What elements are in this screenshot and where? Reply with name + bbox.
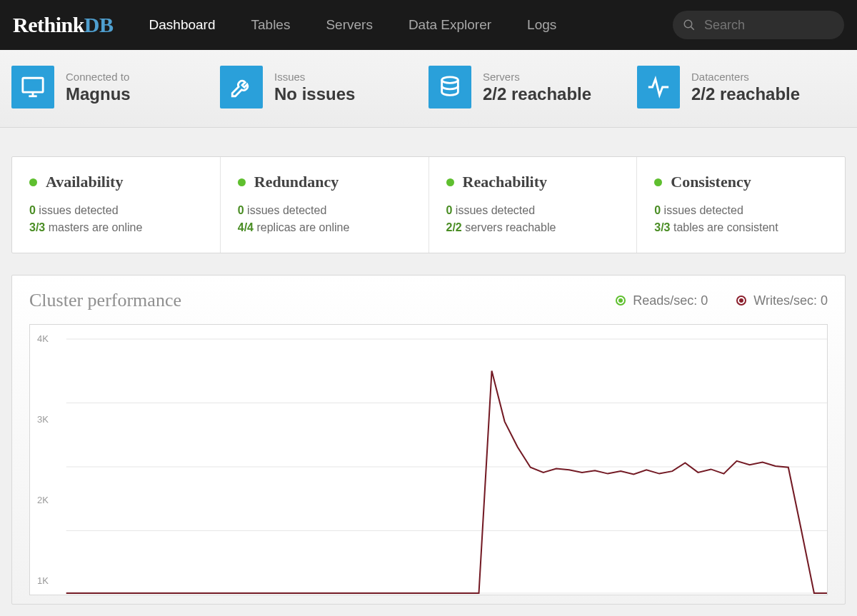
- panel-line1-bold: 0: [654, 204, 661, 216]
- legend-dot-icon: [616, 296, 626, 306]
- health-panels: Availability 0 issues detected 3/3 maste…: [11, 156, 846, 253]
- status-dot-icon: [29, 178, 37, 186]
- nav-links: Dashboard Tables Servers Data Explorer L…: [149, 17, 666, 33]
- panel-title: Redundancy: [254, 173, 339, 191]
- chart-plot: 4K 3K 2K 1K: [29, 324, 828, 595]
- panel-availability: Availability 0 issues detected 3/3 maste…: [12, 157, 221, 253]
- status-servers-value: 2/2 reachable: [483, 84, 591, 104]
- panel-line2-bold: 3/3: [654, 221, 670, 233]
- nav-logs[interactable]: Logs: [527, 17, 556, 33]
- status-servers: Servers 2/2 reachable: [428, 66, 637, 108]
- pulse-icon: [637, 66, 680, 108]
- nav-tables[interactable]: Tables: [251, 17, 291, 33]
- panel-line2-rest: masters are online: [45, 221, 142, 233]
- panel-redundancy: Redundancy 0 issues detected 4/4 replica…: [221, 157, 429, 253]
- status-servers-label: Servers: [483, 71, 591, 83]
- panel-line2-rest: servers reachable: [462, 221, 556, 233]
- brand-name: Rethink: [13, 13, 84, 36]
- panel-line2-bold: 2/2: [446, 221, 462, 233]
- legend-writes: Writes/sec: 0: [736, 293, 828, 308]
- panel-title: Reachability: [463, 173, 548, 191]
- search-wrap: [673, 11, 844, 39]
- search-icon: [683, 19, 696, 31]
- nav-data-explorer[interactable]: Data Explorer: [409, 17, 491, 33]
- chart-series-writes: [66, 370, 827, 593]
- panel-title: Consistency: [671, 173, 751, 191]
- status-issues-value: No issues: [274, 84, 355, 104]
- status-issues: Issues No issues: [220, 66, 428, 108]
- panel-line1-rest: issues detected: [36, 204, 119, 216]
- nav-dashboard[interactable]: Dashboard: [149, 17, 216, 33]
- panel-line2-rest: tables are consistent: [671, 221, 778, 233]
- status-connected-label: Connected to: [66, 71, 131, 83]
- chart-title: Cluster performance: [29, 290, 181, 311]
- panel-line1-rest: issues detected: [452, 204, 535, 216]
- panel-line2-bold: 3/3: [29, 221, 45, 233]
- chart-card: Cluster performance Reads/sec: 0 Writes/…: [11, 275, 846, 605]
- brand-logo: RethinkDB: [13, 13, 114, 37]
- svg-rect-2: [23, 78, 43, 92]
- panel-line1-rest: issues detected: [244, 204, 327, 216]
- panel-line1-rest: issues detected: [661, 204, 743, 216]
- status-datacenters-label: Datacenters: [691, 71, 800, 83]
- legend-reads-label: Reads/sec: 0: [633, 293, 708, 308]
- status-connected: Connected to Magnus: [11, 66, 220, 108]
- panel-line2-rest: replicas are online: [254, 221, 349, 233]
- chart-grid: [66, 339, 827, 593]
- chart-svg: [30, 325, 827, 595]
- wrench-icon: [220, 66, 263, 108]
- monitor-icon: [11, 66, 54, 108]
- legend-reads: Reads/sec: 0: [616, 293, 708, 308]
- panel-consistency: Consistency 0 issues detected 3/3 tables…: [637, 157, 845, 253]
- status-datacenters: Datacenters 2/2 reachable: [637, 66, 846, 108]
- top-navbar: RethinkDB Dashboard Tables Servers Data …: [0, 0, 857, 50]
- panel-reachability: Reachability 0 issues detected 2/2 serve…: [429, 157, 638, 253]
- status-dot-icon: [238, 178, 246, 186]
- svg-point-0: [684, 20, 692, 28]
- status-connected-value: Magnus: [66, 84, 131, 104]
- status-strip: Connected to Magnus Issues No issues Ser…: [0, 50, 857, 128]
- panel-line2-bold: 4/4: [238, 221, 254, 233]
- legend-dot-icon: [736, 296, 746, 306]
- nav-servers[interactable]: Servers: [326, 17, 372, 33]
- svg-point-5: [442, 77, 458, 84]
- status-dot-icon: [654, 178, 662, 186]
- brand-suffix: DB: [84, 13, 114, 36]
- panel-line1-bold: 0: [29, 204, 36, 216]
- search-input[interactable]: [673, 11, 844, 39]
- chart-legend: Reads/sec: 0 Writes/sec: 0: [616, 293, 828, 308]
- status-dot-icon: [446, 178, 454, 186]
- svg-line-1: [691, 27, 694, 30]
- status-issues-label: Issues: [274, 71, 355, 83]
- legend-writes-label: Writes/sec: 0: [753, 293, 828, 308]
- database-icon: [428, 66, 471, 108]
- status-datacenters-value: 2/2 reachable: [691, 84, 800, 104]
- chart-header: Cluster performance Reads/sec: 0 Writes/…: [29, 290, 828, 311]
- panel-title: Availability: [46, 173, 123, 191]
- panel-line1-bold: 0: [238, 204, 244, 216]
